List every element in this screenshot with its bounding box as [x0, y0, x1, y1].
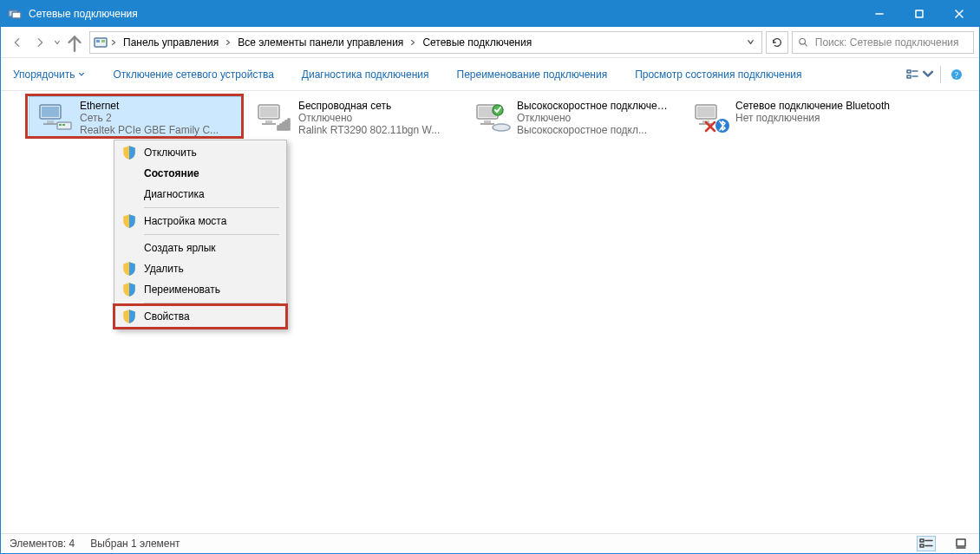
- shield-icon: [121, 309, 137, 324]
- connection-item-broadband[interactable]: Высокоскоростное подключение Отключено В…: [466, 96, 679, 138]
- svg-rect-47: [920, 539, 924, 542]
- svg-rect-24: [62, 124, 65, 126]
- ctx-properties[interactable]: Свойства: [116, 306, 284, 327]
- connection-name: Беспроводная сеть: [298, 100, 440, 112]
- forward-button[interactable]: [29, 31, 51, 54]
- svg-rect-48: [920, 544, 924, 547]
- search-box[interactable]: [792, 31, 974, 54]
- ctx-separator: [144, 303, 279, 303]
- breadcrumb-all-items[interactable]: Все элементы панели управления: [234, 32, 407, 53]
- svg-rect-21: [43, 123, 57, 125]
- refresh-button[interactable]: [766, 31, 788, 54]
- svg-rect-28: [262, 123, 276, 125]
- connection-item-ethernet[interactable]: Ethernet Сеть 2 Realtek PCIe GBE Family …: [29, 96, 242, 138]
- ctx-bridge[interactable]: Настройка моста: [116, 211, 284, 231]
- svg-rect-19: [42, 107, 59, 117]
- svg-text:?: ?: [955, 70, 959, 80]
- chevron-down-icon: [78, 71, 85, 78]
- window-title: Сетевые подключения: [29, 8, 859, 20]
- search-icon: [798, 36, 808, 48]
- chevron-down-icon: [921, 68, 935, 81]
- navbar: Панель управления Все элементы панели уп…: [1, 27, 979, 58]
- wifi-icon: [253, 100, 293, 134]
- view-large-icons-button[interactable]: [951, 536, 970, 551]
- breadcrumb-network-connections[interactable]: Сетевые подключения: [419, 32, 535, 53]
- maximize-button[interactable]: [899, 1, 939, 27]
- status-count: Элементов: 4: [10, 538, 75, 550]
- cmd-status[interactable]: Просмотр состояния подключения: [633, 58, 803, 90]
- svg-rect-37: [480, 123, 494, 125]
- svg-rect-30: [280, 124, 282, 130]
- close-button[interactable]: [939, 1, 979, 27]
- ctx-state[interactable]: Состояние: [116, 163, 284, 184]
- svg-rect-36: [484, 121, 491, 123]
- back-button[interactable]: [6, 31, 29, 54]
- bluetooth-icon: [690, 100, 730, 134]
- svg-rect-33: [288, 119, 290, 130]
- ethernet-icon: [35, 100, 75, 134]
- svg-rect-32: [285, 121, 287, 130]
- connection-status: Нет подключения: [735, 112, 890, 124]
- svg-rect-41: [697, 107, 715, 117]
- connection-name: Сетевое подключение Bluetooth: [735, 100, 890, 112]
- titlebar: Сетевые подключения: [1, 1, 979, 27]
- shield-icon: [121, 261, 137, 277]
- minimize-button[interactable]: [859, 1, 899, 27]
- ctx-shortcut[interactable]: Создать ярлык: [116, 238, 284, 258]
- network-connections-window: Сетевые подключения Панель управления Вс…: [0, 0, 980, 554]
- help-button[interactable]: ?: [944, 63, 969, 86]
- shield-icon: [121, 282, 137, 297]
- view-details-button[interactable]: [917, 536, 936, 551]
- up-button[interactable]: [63, 31, 86, 54]
- connection-status: Отключено: [517, 112, 673, 124]
- svg-rect-23: [59, 124, 62, 126]
- connection-device: Realtek PCIe GBE Family C...: [80, 124, 219, 136]
- connection-name: Высокоскоростное подключение: [517, 100, 673, 112]
- connection-item-bluetooth[interactable]: Сетевое подключение Bluetooth Нет подклю…: [684, 96, 898, 138]
- svg-point-10: [800, 38, 806, 44]
- search-input[interactable]: [813, 36, 968, 49]
- connection-status: Отключено: [298, 112, 440, 124]
- svg-rect-3: [916, 10, 923, 17]
- chevron-right-icon[interactable]: [109, 39, 118, 46]
- context-menu: Отключить Состояние Диагностика Настройк…: [114, 140, 287, 329]
- history-dropdown[interactable]: [51, 31, 63, 54]
- ctx-delete[interactable]: Удалить: [116, 258, 284, 279]
- svg-rect-27: [265, 121, 272, 123]
- svg-point-39: [493, 124, 510, 131]
- connection-device: Высокоскоростное подкл...: [517, 124, 673, 136]
- svg-rect-1: [12, 12, 21, 18]
- connection-name: Ethernet: [80, 100, 219, 112]
- broadband-icon: [472, 100, 512, 134]
- breadcrumb-control-panel[interactable]: Панель управления: [120, 32, 222, 53]
- chevron-right-icon[interactable]: [408, 39, 417, 46]
- svg-line-11: [805, 44, 807, 46]
- connection-status: Сеть 2: [80, 112, 219, 124]
- ctx-disable[interactable]: Отключить: [116, 142, 284, 163]
- chevron-right-icon[interactable]: [224, 39, 232, 46]
- cmd-organize[interactable]: Упорядочить: [11, 58, 87, 90]
- shield-icon: [121, 213, 137, 229]
- svg-rect-8: [96, 40, 100, 42]
- svg-rect-31: [283, 122, 284, 130]
- statusbar: Элементов: 4 Выбран 1 элемент: [1, 533, 979, 553]
- ctx-diag[interactable]: Диагностика: [116, 184, 284, 205]
- view-options-button[interactable]: [904, 63, 937, 86]
- ctx-rename[interactable]: Переименовать: [116, 279, 284, 300]
- control-panel-icon: [94, 36, 108, 49]
- window-icon: [8, 7, 22, 21]
- svg-rect-9: [101, 40, 105, 42]
- cmd-diagnose[interactable]: Диагностика подключения: [300, 58, 431, 90]
- cmd-disable-device[interactable]: Отключение сетевого устройства: [111, 58, 275, 90]
- address-dropdown[interactable]: [742, 32, 758, 53]
- command-bar: Упорядочить Отключение сетевого устройст…: [1, 58, 979, 91]
- svg-rect-20: [47, 121, 54, 123]
- svg-rect-12: [907, 70, 911, 73]
- ctx-separator: [144, 207, 279, 208]
- connection-item-wifi[interactable]: Беспроводная сеть Отключено Ralink RT329…: [247, 96, 461, 138]
- shield-icon: [121, 145, 137, 160]
- status-selection: Выбран 1 элемент: [90, 538, 180, 550]
- svg-rect-29: [278, 126, 279, 130]
- address-bar[interactable]: Панель управления Все элементы панели уп…: [89, 31, 762, 54]
- cmd-rename[interactable]: Переименование подключения: [455, 58, 610, 90]
